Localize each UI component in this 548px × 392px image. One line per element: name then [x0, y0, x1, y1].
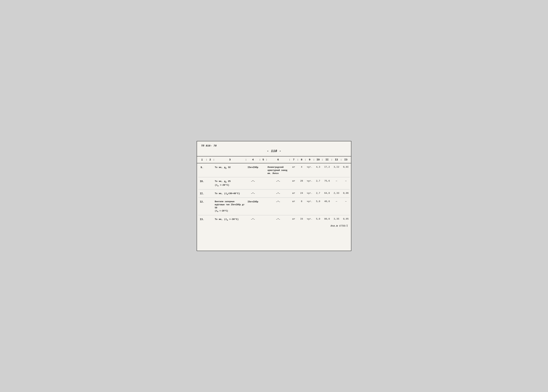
- row-col7: шт: [291, 192, 297, 195]
- row-col4: I5кчI8бр: [247, 200, 259, 203]
- col-sep-11: :: [331, 158, 333, 161]
- table-row: IO. То же, дy 25(tн =-20°С) –"– –"– шт 2…: [198, 177, 350, 189]
- row-col10: 2,7: [315, 192, 321, 195]
- row-col7: шт: [291, 166, 297, 168]
- row-col10: 5,0: [315, 200, 321, 203]
- col-header-4: 4: [247, 158, 259, 161]
- col-sep-4: :: [259, 158, 261, 161]
- col-header-2: 2: [208, 158, 213, 161]
- row-col13: 0,06: [342, 192, 350, 195]
- column-header-row: I : 2 : 3 : 4 : 5 : 6 : 7 : 8 : 9 : IO :…: [197, 156, 351, 163]
- row-col9: чуг.: [306, 218, 313, 220]
- row-col8: 28: [299, 180, 305, 182]
- row-col10: 2,7: [315, 180, 321, 182]
- row-col12: 3,I2: [333, 166, 340, 168]
- row-col6: Ленинградский арматурный завод им. Лепсе: [267, 166, 289, 175]
- col-sep-10: :: [321, 158, 323, 161]
- row-col9: чуг.: [306, 166, 313, 168]
- col-header-8: 8: [299, 158, 305, 161]
- table-row: II. То же, (tн=30÷40°С) –"– –"– шт 24 чу…: [198, 189, 350, 198]
- row-description: То же, (tн =-30°С): [215, 218, 245, 221]
- row-col13: 0,0I: [342, 166, 350, 168]
- row-col4: I5кчI9бр: [247, 166, 259, 169]
- row-col12: —: [333, 180, 340, 182]
- row-col6: –"–: [267, 180, 289, 183]
- row-col11: 64,8: [323, 192, 331, 195]
- row-description: Вентили запорные муфтовые тип I5кчI8бр д…: [215, 200, 245, 213]
- col-sep-2: :: [213, 158, 215, 161]
- row-col7: шт: [291, 218, 297, 220]
- col-header-6: 6: [267, 158, 289, 161]
- row-col6: –"–: [267, 218, 289, 221]
- row-col11: 40,0: [323, 200, 331, 203]
- row-col9: чуг.: [306, 180, 313, 182]
- col-header-9: 9: [306, 158, 313, 161]
- table-row: I2. Вентили запорные муфтовые тип I5кчI8…: [198, 198, 350, 215]
- header-section: ТП 816- 78 - 118 -: [197, 141, 351, 156]
- row-col8: 4: [299, 166, 305, 168]
- col-sep-12: :: [340, 158, 342, 161]
- data-rows: 9. То же, дy 32 I5кчI9бр Ленинградский а…: [197, 163, 351, 224]
- row-col12: —: [333, 200, 340, 203]
- row-col11: 80,0: [323, 218, 331, 220]
- doc-title: ТП 816- 78: [201, 144, 347, 147]
- row-col4: –"–: [247, 180, 259, 183]
- page-number: - 118 -: [201, 149, 347, 153]
- row-description: То же, дy 25(tн =-20°С): [215, 180, 245, 187]
- document-page: ТП 816- 78 - 118 - I : 2 : 3 : 4 : 5 : 6…: [197, 141, 351, 251]
- row-col9: чуг.: [306, 192, 313, 195]
- row-col6: –"–: [267, 192, 289, 195]
- col-sep-1: :: [206, 158, 208, 161]
- row-num: IO.: [198, 180, 206, 183]
- col-sep-7: :: [297, 158, 299, 161]
- row-col9: чуг.: [306, 200, 313, 203]
- col-sep-6: :: [289, 158, 291, 161]
- col-header-1: I: [198, 158, 206, 161]
- col-header-3: 3: [215, 158, 245, 161]
- row-col6: –"–: [267, 200, 289, 203]
- row-col7: шт: [291, 200, 297, 203]
- row-col13: —: [342, 200, 350, 203]
- row-col12: 3,35: [333, 218, 340, 220]
- col-sep-9: :: [313, 158, 315, 161]
- row-col10: 5,0: [315, 218, 321, 220]
- footnote-area: Инв.№ 6756/I: [197, 224, 351, 229]
- col-header-7: 7: [291, 158, 297, 161]
- col-header-11: II: [323, 158, 331, 161]
- row-description: То же, дy 32: [215, 166, 245, 169]
- table-row: I3. То же, (tн =-30°С) –"– –"– шт I6 чуг…: [198, 215, 350, 224]
- row-col13: 0,05: [342, 218, 350, 220]
- row-col11: I7,2: [323, 166, 331, 168]
- row-col7: шт: [291, 180, 297, 182]
- row-col8: 8: [299, 200, 305, 203]
- col-sep-3: :: [245, 158, 247, 161]
- col-header-13: I3: [342, 158, 350, 161]
- row-col8: I6: [299, 218, 305, 220]
- row-num: II.: [198, 192, 206, 195]
- row-col13: —: [342, 180, 350, 182]
- row-col4: –"–: [247, 192, 259, 195]
- row-col10: 4,3: [315, 166, 321, 168]
- row-description: То же, (tн=30÷40°С): [215, 192, 245, 196]
- col-header-12: I2: [333, 158, 340, 161]
- row-num: I2.: [198, 200, 206, 203]
- row-col8: 24: [299, 192, 305, 195]
- row-col12: 2,33: [333, 192, 340, 195]
- col-sep-5: :: [266, 158, 268, 161]
- row-col11: 75,6: [323, 180, 331, 182]
- row-num: 9.: [198, 166, 206, 169]
- col-sep-8: :: [305, 158, 306, 161]
- col-header-5: 5: [261, 158, 266, 161]
- row-col4: –"–: [247, 218, 259, 221]
- row-num: I3.: [198, 218, 206, 221]
- col-header-10: IO: [315, 158, 321, 161]
- inv-number: Инв.№ 6756/I: [331, 224, 348, 227]
- table-row: 9. То же, дy 32 I5кчI9бр Ленинградский а…: [198, 163, 350, 177]
